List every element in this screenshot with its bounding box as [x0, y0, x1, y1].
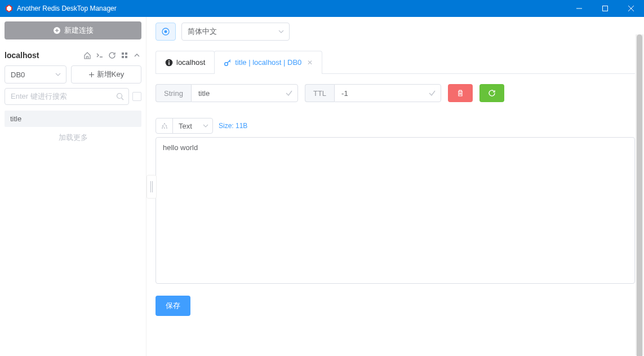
load-more-button[interactable]: 加载更多: [5, 129, 141, 146]
terminal-icon[interactable]: [95, 51, 104, 60]
chevron-down-icon: [202, 122, 209, 129]
sidebar: 新建连接 localhost DB0 新增Key: [0, 17, 146, 356]
svg-point-24: [225, 62, 228, 65]
value-textarea[interactable]: [156, 137, 635, 284]
window-minimize-button[interactable]: [566, 0, 592, 17]
new-connection-button[interactable]: 新建连接: [5, 21, 141, 39]
sidebar-collapse-handle[interactable]: [146, 175, 157, 199]
svg-line-37: [166, 126, 167, 128]
titlebar: Another Redis DeskTop Manager: [0, 0, 644, 17]
svg-rect-12: [125, 56, 127, 58]
window-close-button[interactable]: [618, 0, 644, 17]
svg-point-22: [168, 60, 170, 61]
save-button[interactable]: 保存: [156, 296, 190, 316]
plus-circle-icon: [53, 27, 61, 34]
app-title: Another Redis DeskTop Manager: [17, 5, 566, 12]
key-type-group: String title: [156, 84, 298, 102]
chevron-up-icon[interactable]: [132, 51, 141, 60]
main-content: 简体中文 localhost title | localhost | DB0 ✕…: [146, 17, 644, 356]
add-key-label: 新增Key: [97, 69, 124, 80]
refresh-icon: [488, 89, 496, 97]
grid-icon[interactable]: [120, 51, 129, 60]
connection-header: localhost: [5, 51, 141, 60]
refresh-key-button[interactable]: [479, 84, 504, 102]
format-icon: [156, 118, 173, 133]
search-input[interactable]: Enter 键进行搜索: [5, 88, 129, 105]
svg-line-36: [163, 126, 165, 128]
app-logo-icon: [5, 4, 14, 13]
add-key-button[interactable]: 新增Key: [71, 65, 141, 83]
new-connection-label: 新建连接: [64, 25, 94, 36]
format-selected-value: Text: [179, 122, 192, 130]
svg-point-15: [117, 94, 122, 99]
key-type-label: String: [156, 84, 191, 102]
svg-rect-11: [122, 56, 124, 58]
search-icon: [116, 93, 124, 100]
tab-localhost[interactable]: localhost: [156, 51, 215, 73]
key-name-input[interactable]: title: [191, 84, 298, 102]
tabs-bar: localhost title | localhost | DB0 ✕: [156, 51, 635, 74]
svg-line-26: [229, 61, 230, 62]
svg-line-16: [122, 98, 124, 100]
svg-rect-10: [125, 52, 127, 55]
key-name: title: [10, 115, 21, 123]
svg-line-33: [163, 124, 165, 126]
key-ttl-label: TTL: [305, 84, 334, 102]
scrollbar-thumb[interactable]: [637, 34, 642, 356]
database-selected-value: DB0: [11, 71, 25, 79]
svg-rect-23: [168, 62, 170, 65]
info-icon: [165, 59, 173, 67]
value-size-label: Size: 11B: [219, 122, 247, 130]
key-ttl-input[interactable]: -1: [334, 84, 441, 102]
database-select[interactable]: DB0: [5, 65, 66, 83]
svg-line-34: [165, 124, 166, 126]
connection-name[interactable]: localhost: [5, 51, 83, 60]
svg-line-35: [162, 126, 163, 128]
delete-key-button[interactable]: [448, 84, 473, 102]
svg-rect-9: [122, 52, 124, 55]
trash-icon: [456, 89, 464, 97]
check-icon[interactable]: [285, 89, 293, 97]
language-select[interactable]: 简体中文: [181, 23, 290, 41]
tab-label: title | localhost | DB0: [235, 58, 301, 67]
check-icon[interactable]: [428, 89, 436, 97]
refresh-icon[interactable]: [108, 51, 117, 60]
svg-rect-3: [603, 6, 608, 11]
svg-point-20: [165, 30, 167, 33]
window-maximize-button[interactable]: [592, 0, 618, 17]
key-ttl-group: TTL -1: [305, 84, 441, 102]
plus-icon: [88, 72, 95, 78]
tab-close-button[interactable]: ✕: [307, 59, 313, 67]
tab-key-title[interactable]: title | localhost | DB0 ✕: [214, 51, 322, 73]
chevron-down-icon: [278, 28, 285, 35]
chevron-down-icon: [55, 71, 61, 78]
exact-match-toggle[interactable]: [132, 92, 141, 101]
key-list-item[interactable]: title: [5, 111, 141, 127]
value-format-select[interactable]: Text: [156, 118, 213, 134]
theme-toggle-button[interactable]: [156, 23, 176, 41]
language-selected-value: 简体中文: [188, 27, 217, 37]
tab-label: localhost: [176, 58, 205, 67]
home-icon[interactable]: [83, 51, 92, 60]
key-icon: [224, 59, 232, 67]
search-placeholder: Enter 键进行搜索: [11, 91, 67, 102]
vertical-scrollbar[interactable]: [636, 34, 643, 355]
